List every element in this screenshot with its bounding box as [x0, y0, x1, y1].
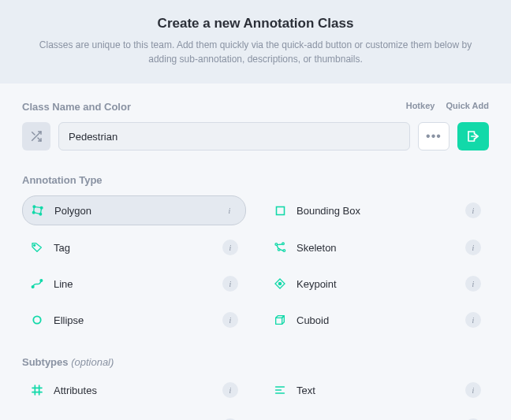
svg-line-16	[277, 245, 278, 248]
info-icon[interactable]: i	[465, 312, 481, 328]
subtype-label: Attributes	[54, 385, 213, 396]
info-icon[interactable]: i	[465, 240, 481, 255]
export-icon	[466, 129, 480, 143]
svg-line-2	[32, 132, 35, 135]
type-label: Ellipse	[54, 314, 213, 326]
svg-point-21	[278, 282, 281, 284]
hotkey-button[interactable]: •••	[418, 122, 449, 151]
subtypes-grid: Attributes i Text i Directional Vector i…	[22, 376, 489, 420]
quick-add-button[interactable]	[457, 122, 489, 151]
shuffle-color-button[interactable]	[22, 122, 50, 151]
ellipse-icon	[30, 313, 44, 327]
dialog-title: Create a new Annotation Class	[24, 16, 487, 32]
info-icon[interactable]: i	[222, 382, 238, 398]
subtype-instance-id[interactable]: ID Instance ID i	[265, 412, 489, 420]
line-icon	[30, 277, 44, 291]
subtype-label: Text	[297, 385, 456, 396]
type-label: Skeleton	[297, 242, 456, 254]
type-cuboid[interactable]: Cuboid i	[265, 306, 489, 334]
svg-point-6	[40, 206, 43, 209]
type-bounding-box[interactable]: Bounding Box i	[265, 195, 489, 225]
svg-point-19	[40, 280, 43, 282]
type-tag[interactable]: Tag i	[22, 233, 246, 262]
class-name-label: Class Name and Color	[22, 101, 131, 113]
svg-point-18	[32, 286, 34, 288]
hotkey-label: Hotkey	[406, 101, 435, 110]
class-name-input[interactable]	[58, 122, 410, 151]
svg-line-17	[280, 250, 283, 251]
polygon-icon	[31, 203, 45, 217]
svg-point-10	[34, 244, 35, 246]
info-icon[interactable]: i	[465, 276, 481, 292]
dialog-subtitle: Classes are unique to this team. Add the…	[35, 38, 476, 66]
svg-point-8	[32, 211, 35, 214]
top-right-labels: Hotkey Quick Add	[406, 101, 489, 110]
type-label: Tag	[54, 242, 213, 254]
svg-point-5	[33, 206, 35, 208]
type-polygon[interactable]: Polygon i	[22, 195, 246, 225]
type-label: Cuboid	[297, 314, 456, 326]
text-icon	[273, 383, 287, 397]
bounding-box-icon	[273, 203, 287, 217]
type-line[interactable]: Line i	[22, 269, 246, 298]
type-ellipse[interactable]: Ellipse i	[22, 306, 246, 334]
type-label: Keypoint	[297, 278, 456, 290]
subtypes-label: Subtypes (optional)	[22, 356, 489, 368]
annotation-type-grid: Polygon i Bounding Box i Tag i	[22, 195, 489, 334]
dialog-header: Create a new Annotation Class Classes ar…	[0, 0, 511, 84]
type-label: Polygon	[54, 205, 212, 217]
type-keypoint[interactable]: Keypoint i	[265, 269, 489, 298]
svg-rect-9	[276, 206, 284, 214]
info-icon[interactable]: i	[222, 240, 238, 255]
info-icon[interactable]: i	[222, 276, 238, 292]
type-label: Line	[54, 278, 213, 290]
type-skeleton[interactable]: Skeleton i	[265, 233, 489, 262]
dialog-body: Class Name and Color Hotkey Quick Add ••…	[0, 84, 511, 420]
subtype-text[interactable]: Text i	[265, 376, 489, 404]
svg-point-7	[39, 213, 42, 215]
annotation-type-label: Annotation Type	[22, 174, 489, 186]
tag-icon	[30, 240, 44, 255]
svg-point-22	[33, 316, 40, 323]
type-label: Bounding Box	[297, 205, 456, 217]
info-icon[interactable]: i	[222, 312, 238, 328]
attributes-icon	[30, 383, 44, 397]
cuboid-icon	[273, 313, 287, 327]
info-icon[interactable]: i	[465, 382, 481, 398]
quickadd-label: Quick Add	[446, 101, 489, 110]
keypoint-icon	[273, 277, 287, 291]
subtype-directional-vector[interactable]: Directional Vector i	[22, 412, 246, 420]
info-icon[interactable]: i	[465, 203, 481, 218]
shuffle-icon	[30, 130, 43, 143]
svg-line-15	[278, 244, 282, 245]
subtype-attributes[interactable]: Attributes i	[22, 376, 246, 404]
info-icon[interactable]: i	[222, 203, 237, 218]
skeleton-icon	[273, 240, 287, 255]
